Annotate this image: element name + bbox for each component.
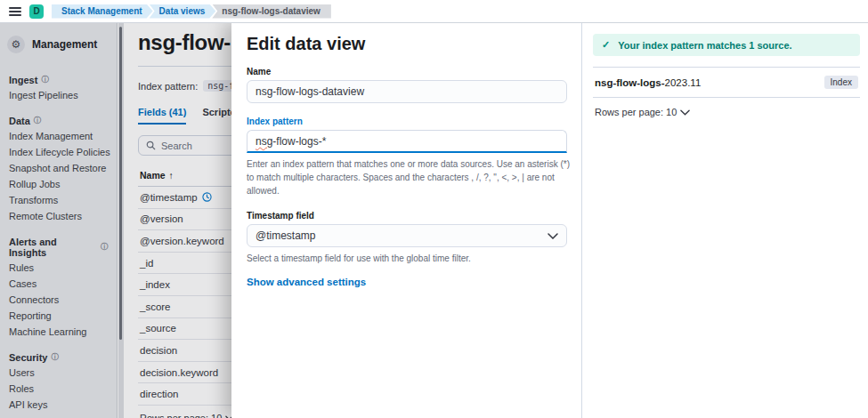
field-name: @version.keyword bbox=[140, 236, 224, 246]
breadcrumb-item[interactable]: Data views bbox=[150, 4, 216, 19]
show-advanced-settings-link[interactable]: Show advanced settings bbox=[247, 277, 366, 287]
gear-icon: ⚙ bbox=[7, 36, 25, 53]
index-pattern-label: Index pattern: bbox=[138, 81, 198, 92]
info-icon: ⓘ bbox=[101, 244, 108, 251]
sidebar-item-roles[interactable]: Roles bbox=[0, 381, 117, 397]
field-name: _score bbox=[140, 301, 171, 312]
timestamp-select-value: @timestamp bbox=[256, 229, 316, 242]
chevron-down-icon bbox=[680, 109, 690, 116]
success-banner-text: Your index pattern matches 1 source. bbox=[618, 40, 791, 51]
app-window: D Stack ManagementData viewsnsg-flow-log… bbox=[0, 0, 868, 418]
sidebar-section-label: Dataⓘ bbox=[0, 114, 117, 128]
success-banner: ✓ Your index pattern matches 1 source. bbox=[593, 34, 860, 56]
info-icon: ⓘ bbox=[51, 354, 58, 361]
rows-per-page-control[interactable]: Rows per page: 10 bbox=[593, 98, 860, 126]
timestamp-help-text: Select a timestamp field for use with th… bbox=[247, 252, 578, 265]
field-name: @version bbox=[140, 213, 183, 224]
sidebar-item-users[interactable]: Users bbox=[0, 365, 117, 381]
sidebar-item-rules[interactable]: Rules bbox=[0, 260, 117, 276]
field-name: _index bbox=[140, 279, 170, 290]
sidebar-item-ingest-pipelines[interactable]: Ingest Pipelines bbox=[0, 87, 117, 103]
edit-data-view-flyout: Edit data view Name nsg-flow-logs-datavi… bbox=[231, 23, 868, 418]
flyout-title: Edit data view bbox=[247, 34, 567, 54]
index-type-badge: Index bbox=[824, 76, 858, 89]
name-input-value: nsg-flow-logs-dataview bbox=[256, 85, 364, 98]
sidebar-item-cases[interactable]: Cases bbox=[0, 276, 117, 292]
sidebar-header: ⚙ Management bbox=[0, 32, 117, 62]
sidebar-item-reporting[interactable]: Reporting bbox=[0, 308, 117, 324]
sidebar-item-api-keys[interactable]: API keys bbox=[0, 397, 117, 413]
field-name: direction bbox=[140, 389, 178, 399]
clock-icon bbox=[202, 192, 212, 202]
field-name: decision.keyword bbox=[140, 367, 218, 378]
timestamp-field-select[interactable]: @timestamp bbox=[247, 224, 567, 247]
sidebar-item-connectors[interactable]: Connectors bbox=[0, 292, 117, 308]
menu-icon[interactable] bbox=[9, 7, 21, 16]
sidebar-title: Management bbox=[32, 38, 97, 51]
sidebar-sections: IngestⓘIngest PipelinesDataⓘIndex Manage… bbox=[0, 73, 117, 418]
sidebar-item-rollup-jobs[interactable]: Rollup Jobs bbox=[0, 176, 117, 192]
sidebar-section-label: Ingestⓘ bbox=[0, 73, 117, 87]
field-name: @timestamp bbox=[140, 192, 198, 203]
sidebar-item-snapshot-and-restore[interactable]: Snapshot and Restore bbox=[0, 160, 117, 176]
name-input[interactable]: nsg-flow-logs-dataview bbox=[247, 80, 567, 103]
sidebar-section-label: Alerts and Insightsⓘ bbox=[0, 235, 117, 260]
field-name: decision bbox=[140, 345, 177, 356]
sidebar-item-index-management[interactable]: Index Management bbox=[0, 128, 117, 144]
sidebar-item-transforms[interactable]: Transforms bbox=[0, 192, 117, 208]
scrollbar-thumb[interactable] bbox=[119, 27, 122, 340]
field-name: _source bbox=[140, 323, 176, 334]
breadcrumb: Stack ManagementData viewsnsg-flow-logs-… bbox=[52, 4, 331, 19]
breadcrumb-item: nsg-flow-logs-dataview bbox=[212, 4, 331, 19]
management-sidebar: ⚙ Management IngestⓘIngest PipelinesData… bbox=[0, 23, 118, 418]
timestamp-field-label: Timestamp field bbox=[247, 211, 567, 221]
matched-sources-panel: ✓ Your index pattern matches 1 source. n… bbox=[581, 23, 868, 418]
source-name: nsg-flow-logs-2023.11 bbox=[595, 77, 701, 88]
field-name: _id bbox=[140, 258, 153, 269]
index-pattern-help-text: Enter an index pattern that matches one … bbox=[247, 157, 578, 197]
check-icon: ✓ bbox=[602, 39, 610, 51]
info-icon: ⓘ bbox=[34, 117, 41, 125]
sidebar-item-machine-learning[interactable]: Machine Learning bbox=[0, 324, 117, 340]
info-icon: ⓘ bbox=[41, 76, 48, 84]
name-field-label: Name bbox=[247, 67, 567, 76]
edit-form: Edit data view Name nsg-flow-logs-datavi… bbox=[231, 23, 581, 418]
sidebar-section-label: Securityⓘ bbox=[0, 350, 117, 365]
sidebar-item-remote-clusters[interactable]: Remote Clusters bbox=[0, 208, 117, 224]
chevron-down-icon bbox=[548, 233, 558, 239]
top-navigation-bar: D Stack ManagementData viewsnsg-flow-log… bbox=[0, 0, 868, 23]
sort-ascending-icon: ↑ bbox=[169, 170, 174, 181]
index-pattern-input[interactable]: nsg-flow-logs-* bbox=[247, 130, 567, 153]
matched-source-row: nsg-flow-logs-2023.11 Index bbox=[593, 68, 860, 97]
breadcrumb-item[interactable]: Stack Management bbox=[52, 4, 153, 19]
search-placeholder: Search bbox=[161, 141, 192, 151]
tab-fields-41-[interactable]: Fields (41) bbox=[138, 107, 186, 125]
search-icon bbox=[146, 141, 156, 150]
sidebar-item-index-lifecycle-policies[interactable]: Index Lifecycle Policies bbox=[0, 144, 117, 160]
index-pattern-input-value: nsg-flow-logs-* bbox=[256, 135, 326, 148]
index-pattern-field-label: Index pattern bbox=[247, 117, 567, 126]
elastic-logo[interactable]: D bbox=[29, 4, 44, 19]
